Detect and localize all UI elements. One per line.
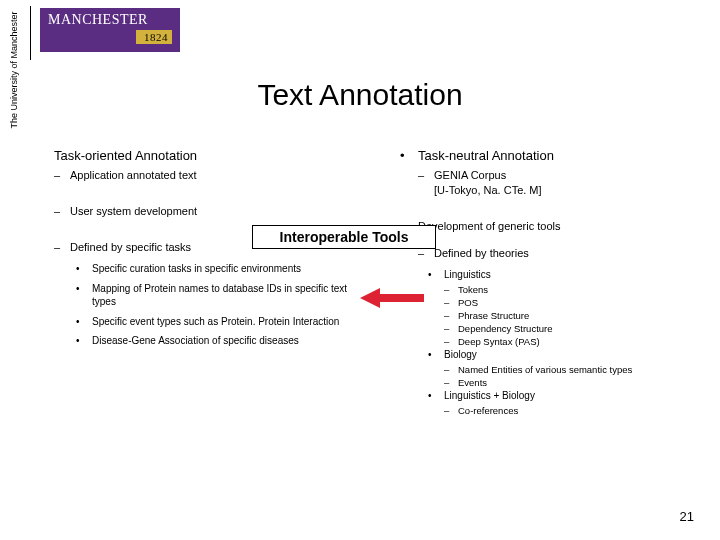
left-sub-2: – User system development: [36, 204, 366, 219]
right-sub-2: Development of generic tools: [400, 219, 700, 234]
left-heading: Task-oriented Annotation: [54, 148, 197, 163]
dash-icon: –: [444, 336, 449, 347]
right-sub-2-text: Development of generic tools: [418, 220, 560, 232]
right-sub-1: – GENIA Corpus [U-Tokyo, Na. CTe. M]: [400, 168, 700, 198]
bullet-dot-icon: •: [428, 269, 432, 280]
list-item-text: Specific curation tasks in specific envi…: [92, 263, 301, 274]
list-item-text: Deep Syntax (PAS): [458, 336, 540, 347]
page-number: 21: [680, 509, 694, 524]
left-sub-2-text: User system development: [70, 205, 197, 217]
dash-icon: –: [444, 310, 449, 321]
slide-title: Text Annotation: [0, 78, 720, 112]
list-item-text: Biology: [444, 349, 477, 360]
arrow-head: [360, 288, 380, 308]
list-item: •Mapping of Protein names to database ID…: [72, 282, 366, 309]
list-item: –Dependency Structure: [428, 323, 700, 334]
bullet-dot-icon: •: [76, 282, 80, 296]
right-sub-1b-text: [U-Tokyo, Na. CTe. M]: [434, 184, 542, 196]
list-item: –Named Entities of various semantic type…: [428, 364, 700, 375]
list-item-text: Linguistics: [444, 269, 491, 280]
list-item-text: Linguistics + Biology: [444, 390, 535, 401]
right-sub-3: – Defined by theories: [400, 246, 700, 261]
list-item-text: Phrase Structure: [458, 310, 529, 321]
dash-icon: –: [54, 168, 60, 183]
right-heading-row: • Task-neutral Annotation: [400, 148, 700, 165]
brand-sideways-text: The University of Manchester: [0, 10, 30, 130]
brand-block: The University of Manchester MANCHESTER …: [0, 0, 180, 60]
brand-badge: MANCHESTER 1824: [40, 8, 180, 52]
dash-icon: –: [54, 204, 60, 219]
dash-icon: –: [54, 240, 60, 255]
list-item: –Deep Syntax (PAS): [428, 336, 700, 347]
interoperable-tools-box: Interoperable Tools: [252, 225, 436, 249]
list-item: •Disease-Gene Association of specific di…: [72, 334, 366, 348]
dash-icon: –: [444, 364, 449, 375]
dash-icon: –: [444, 297, 449, 308]
list-item-text: Tokens: [458, 284, 488, 295]
brand-year: 1824: [136, 30, 172, 44]
left-detail-list: •Specific curation tasks in specific env…: [72, 262, 366, 348]
arrow-body: [380, 294, 424, 302]
bullet-dot-icon: •: [76, 262, 80, 276]
list-item: –POS: [428, 297, 700, 308]
list-item-text: Specific event types such as Protein. Pr…: [92, 316, 339, 327]
dash-icon: –: [444, 377, 449, 388]
left-heading-row: Task-oriented Annotation: [36, 148, 366, 165]
right-sub-1a-text: GENIA Corpus: [434, 169, 506, 181]
list-item-text: POS: [458, 297, 478, 308]
brand-name: MANCHESTER: [48, 12, 148, 27]
left-sub-3-text: Defined by specific tasks: [70, 241, 191, 253]
right-sub-3-text: Defined by theories: [434, 247, 529, 259]
list-item: –Events: [428, 377, 700, 388]
list-item-text: Events: [458, 377, 487, 388]
right-heading: Task-neutral Annotation: [418, 148, 554, 163]
bullet-dot-icon: •: [76, 315, 80, 329]
bullet-dot-icon: •: [428, 349, 432, 360]
bullet-dot-icon: •: [76, 334, 80, 348]
list-item-text: Mapping of Protein names to database IDs…: [92, 283, 347, 308]
bullet-dot-icon: •: [400, 148, 405, 165]
left-column: Task-oriented Annotation – Application a…: [36, 148, 366, 354]
left-sub-1-text: Application annotated text: [70, 169, 197, 181]
dash-icon: –: [444, 284, 449, 295]
dash-icon: –: [418, 168, 424, 183]
list-item: •Linguistics + Biology: [428, 390, 700, 401]
dash-icon: –: [444, 405, 449, 416]
list-item-text: Named Entities of various semantic types: [458, 364, 632, 375]
bullet-dot-icon: •: [428, 390, 432, 401]
list-item-text: Dependency Structure: [458, 323, 553, 334]
interoperable-tools-label: Interoperable Tools: [280, 229, 409, 245]
list-item: •Biology: [428, 349, 700, 360]
dash-icon: –: [444, 323, 449, 334]
arrow-left-icon: [360, 288, 424, 308]
list-item: •Linguistics: [428, 269, 700, 280]
right-tree: •Linguistics –Tokens –POS –Phrase Struct…: [428, 269, 700, 416]
list-item: –Tokens: [428, 284, 700, 295]
list-item: –Co-references: [428, 405, 700, 416]
list-item: •Specific curation tasks in specific env…: [72, 262, 366, 276]
list-item-text: Co-references: [458, 405, 518, 416]
right-column: • Task-neutral Annotation – GENIA Corpus…: [400, 148, 700, 418]
brand-divider: [30, 6, 31, 60]
left-sub-1: – Application annotated text: [36, 168, 366, 183]
list-item: –Phrase Structure: [428, 310, 700, 321]
list-item-text: Disease-Gene Association of specific dis…: [92, 335, 299, 346]
list-item: •Specific event types such as Protein. P…: [72, 315, 366, 329]
